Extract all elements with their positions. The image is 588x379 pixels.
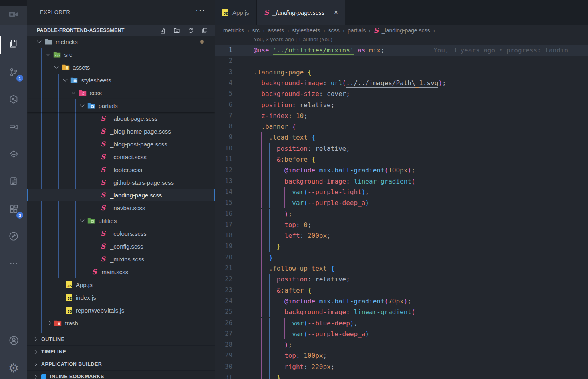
explorer-activity-button[interactable] <box>0 35 27 54</box>
tree-item-label: _landing-page.scss <box>110 192 162 199</box>
tree-item-scss[interactable]: Sscss <box>27 86 215 99</box>
tree-item-label: main.scss <box>102 269 129 275</box>
section-label: OUTLINE <box>41 337 64 342</box>
settings-gear-activity-button[interactable]: ⚙ <box>0 359 27 378</box>
extensions-activity-button[interactable]: 3 <box>0 200 27 219</box>
code-editor[interactable]: 1@use '../utilities/mixins' as mix;You, … <box>215 45 588 379</box>
code-text: .banner { <box>254 121 296 132</box>
tree-item-label: reportWebVitals.js <box>76 307 124 314</box>
tree-item-stylesheets[interactable]: stylesheets <box>27 74 215 86</box>
comment-lines-activity-button[interactable] <box>0 118 27 137</box>
line-number: 30 <box>215 361 232 372</box>
new-file-icon[interactable] <box>158 26 167 35</box>
code-text: background-image: url(../../images/Path\… <box>254 78 446 88</box>
tree-item--about-page-scss[interactable]: S_about-page.scss <box>27 112 215 125</box>
camera-tile[interactable] <box>0 0 27 25</box>
section-timeline[interactable]: TIMELINE <box>27 345 215 358</box>
js-icon: JS <box>65 306 73 314</box>
git-circle-activity-button[interactable] <box>0 227 27 247</box>
modified-dot <box>200 40 204 44</box>
line-number: 4 <box>215 78 232 88</box>
code-line-15: 15 var(--purple-deep_a) <box>215 197 588 208</box>
code-line-25: 25 background-image: linear-gradient( <box>215 307 588 317</box>
line-number: 27 <box>215 329 232 339</box>
line-number: 7 <box>215 110 232 121</box>
badge: 1 <box>16 75 23 82</box>
tree-item-utilities[interactable]: utilities <box>27 214 215 227</box>
tree-item--blog-post-page-scss[interactable]: S_blog-post-page.scss <box>27 138 215 150</box>
tree-item--blog-home-page-scss[interactable]: S_blog-home-page.scss <box>27 125 215 138</box>
breadcrumb-item-metricks[interactable]: metricks <box>223 27 244 34</box>
code-line-2: 2 <box>215 56 588 66</box>
tree-item-src[interactable]: </>src <box>27 48 215 61</box>
tree-item-partials[interactable]: partials <box>27 99 215 112</box>
tree-item-reportwebvitals-js[interactable]: JSreportWebVitals.js <box>27 304 215 317</box>
more-actions-icon[interactable]: ··· <box>195 6 206 15</box>
collapse-all-icon[interactable] <box>200 26 209 35</box>
code-line-14: 14 var(--purple-light), <box>215 187 588 197</box>
tree-item--navbar-scss[interactable]: S_navbar.scss <box>27 201 215 214</box>
code-line-17: 17 top: 0; <box>215 219 588 230</box>
tree-item--config-scss[interactable]: S_config.scss <box>27 240 215 253</box>
layers-activity-button[interactable] <box>0 145 27 164</box>
sass-icon: S <box>99 191 107 199</box>
folder-assets-icon <box>62 63 70 71</box>
line-number: 17 <box>215 219 232 230</box>
tree-item-metricks[interactable]: metricks <box>27 35 215 48</box>
tab--landing-page-scss[interactable]: S_landing-page.scss× <box>257 0 345 25</box>
breadcrumb-item--landing-page-scss[interactable]: _landing-page.scss <box>382 27 430 34</box>
explorer-sidebar: EXPLORER ··· PADDLE-FRONTEND-ASSESSMENT … <box>27 0 215 379</box>
breadcrumb-item-assets[interactable]: assets <box>268 27 284 34</box>
tree-item-main-scss[interactable]: Smain.scss <box>27 265 215 278</box>
tree-item--footer-scss[interactable]: S_footer.scss <box>27 163 215 176</box>
code-text: top: 100px; <box>254 350 327 361</box>
sidebar-sections: OUTLINETIMELINEAPPLICATION BUILDERINLINE… <box>27 333 215 379</box>
section-application-builder[interactable]: APPLICATION BUILDER <box>27 358 215 370</box>
breadcrumb-item-src[interactable]: src <box>252 27 260 34</box>
more-activity-button[interactable] <box>0 255 27 274</box>
tree-item--contact-scss[interactable]: S_contact.scss <box>27 150 215 163</box>
section-label: TIMELINE <box>41 349 66 355</box>
document-activity-button[interactable] <box>0 172 27 191</box>
chevron-down-icon <box>37 38 41 43</box>
breadcrumb-item--[interactable]: ... <box>438 27 443 34</box>
new-folder-icon[interactable] <box>172 26 181 35</box>
tree-item-index-js[interactable]: JSindex.js <box>27 291 215 304</box>
code-text: &:before { <box>254 154 315 165</box>
code-text: @use '../utilities/mixins' as mix; <box>254 45 385 56</box>
refresh-icon[interactable] <box>186 26 195 35</box>
tree-item-app-js[interactable]: JSApp.js <box>27 278 215 291</box>
tree-item--landing-page-scss[interactable]: S_landing-page.scss <box>27 189 215 201</box>
chevron-down-icon <box>80 102 84 107</box>
tab-app-js[interactable]: JSApp.js <box>215 0 257 25</box>
account-icon <box>8 335 19 347</box>
tree-item--mixins-scss[interactable]: S_mixins.scss <box>27 253 215 265</box>
hexagon-activity-button[interactable] <box>0 90 27 110</box>
close-icon[interactable]: × <box>334 9 338 16</box>
breadcrumb-item-partials[interactable]: partials <box>348 27 366 34</box>
breadcrumb-item-scss[interactable]: scss <box>328 27 340 34</box>
section-inline-bookmarks[interactable]: INLINE BOOKMARKS <box>27 370 215 379</box>
code-line-6: 6 position: relative; <box>215 100 588 110</box>
sass-icon: S <box>99 178 107 186</box>
account-activity-button[interactable] <box>0 331 27 351</box>
source-control-activity-button[interactable]: 1 <box>0 63 27 82</box>
tree-item-label: assets <box>73 64 90 71</box>
section-outline[interactable]: OUTLINE <box>27 333 215 345</box>
folder-stylesheets-icon <box>70 76 78 84</box>
camera-icon <box>8 8 20 22</box>
tree-item-trash[interactable]: trash <box>27 317 215 329</box>
code-text: @include mix.ball-gradient(70px); <box>254 296 411 307</box>
code-line-4: 4 background-image: url(../../images/Pat… <box>215 78 588 88</box>
project-header[interactable]: PADDLE-FRONTEND-ASSESSMENT <box>27 25 215 36</box>
breadcrumb-item-stylesheets[interactable]: stylesheets <box>292 27 320 34</box>
tree-item-gitignore[interactable]: gitignore <box>27 329 215 333</box>
tree-item--github-stars-page-scss[interactable]: S_github-stars-page.scss <box>27 176 215 189</box>
sass-icon: S <box>264 9 269 16</box>
tree-item-assets[interactable]: assets <box>27 61 215 74</box>
inline-blame: You, 3 years ago • progress: landin <box>433 45 568 56</box>
line-number: 31 <box>215 372 232 379</box>
tree-item--colours-scss[interactable]: S_colours.scss <box>27 227 215 240</box>
breadcrumb-separator: › <box>263 28 264 34</box>
line-number: 28 <box>215 339 232 350</box>
